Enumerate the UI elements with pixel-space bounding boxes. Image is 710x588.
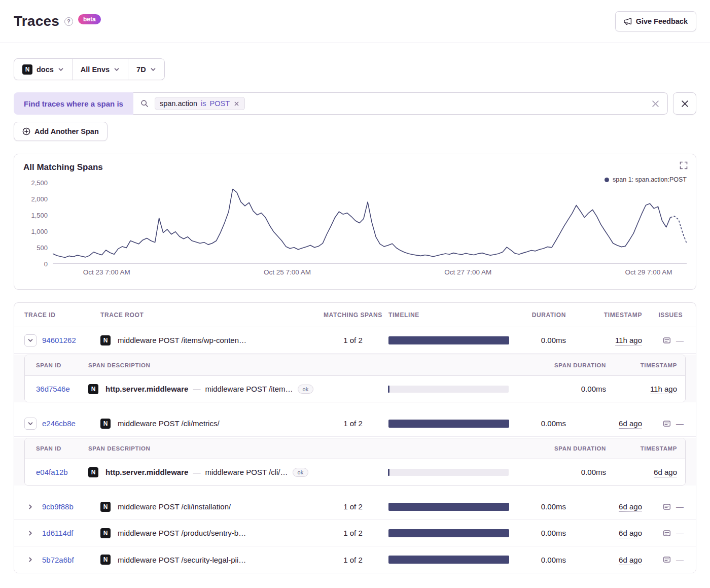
col-span-description: SPAN DESCRIPTION — [88, 362, 388, 368]
timeline-bar[interactable] — [388, 503, 509, 511]
project-icon: N — [100, 555, 111, 565]
search-token[interactable]: span.action is POST — [155, 97, 245, 110]
timeline-bar[interactable] — [388, 336, 509, 344]
token-operator: is — [201, 99, 206, 108]
trace-row[interactable]: 5b72a6bf N middleware POST /security-leg… — [14, 546, 696, 573]
expand-chevron[interactable] — [24, 334, 37, 347]
chart-legend: span 1: span.action:POST — [605, 176, 687, 183]
fullscreen-icon[interactable] — [680, 161, 688, 171]
timestamp-value[interactable]: 6d ago — [619, 419, 642, 429]
spans-line-chart — [53, 183, 687, 263]
timeline-bar[interactable] — [388, 529, 509, 537]
date-range-filter[interactable]: 7D — [128, 59, 164, 80]
span-duration-sliver — [388, 469, 389, 476]
chart-plot-area[interactable] — [53, 183, 687, 264]
col-span-duration: SPAN DURATION — [515, 445, 606, 452]
issues-icon — [663, 529, 671, 537]
trace-id-link[interactable]: e246cb8e — [42, 419, 76, 428]
expand-chevron[interactable] — [24, 418, 37, 430]
page-filter-bar: N docs All Envs 7D — [14, 58, 165, 80]
traces-table: TRACE ID TRACE ROOT MATCHING SPANS TIMEL… — [14, 302, 696, 573]
token-key: span.action — [160, 99, 197, 108]
timeline-bar[interactable] — [388, 420, 509, 428]
col-span-timestamp: TIMESTAMP — [606, 445, 677, 452]
expand-chevron[interactable] — [24, 554, 37, 566]
page-content: N docs All Envs 7D Find traces where a s… — [0, 43, 710, 573]
chart-body: 2,5002,0001,5001,0005000 — [23, 183, 687, 264]
issues-cell: — — [642, 336, 686, 344]
give-feedback-button[interactable]: Give Feedback — [615, 11, 696, 31]
separator-dash: — — [193, 385, 200, 393]
chevron-down-icon — [58, 66, 64, 73]
table-row-group: 1d6114df N middleware POST /product/sent… — [14, 520, 696, 546]
table-row-group: 5b72a6bf N middleware POST /security-leg… — [14, 546, 696, 573]
span-search-combo: Find traces where a span is span.action … — [14, 92, 668, 115]
matching-spans-value: 1 of 2 — [317, 502, 388, 511]
timestamp-value[interactable]: 6d ago — [619, 556, 642, 565]
trace-row[interactable]: 94601262 N middleware POST /items/wp-con… — [14, 327, 696, 354]
timeline-bar[interactable] — [388, 556, 509, 564]
span-timeline-bar[interactable] — [388, 386, 509, 393]
search-clear-button[interactable] — [651, 99, 660, 109]
span-search-input[interactable]: span.action is POST — [133, 92, 668, 115]
environment-filter-label: All Envs — [81, 65, 110, 74]
help-icon[interactable]: ? — [64, 17, 73, 26]
span-timeline-bar[interactable] — [388, 469, 509, 476]
span-description: middleware POST /item… — [205, 385, 293, 393]
timestamp-value[interactable]: 6d ago — [619, 502, 642, 512]
find-traces-label: Find traces where a span is — [14, 92, 133, 115]
remove-span-filter-button[interactable] — [673, 92, 696, 115]
col-matching-spans: MATCHING SPANS — [317, 312, 388, 319]
date-range-filter-label: 7D — [136, 65, 146, 74]
trace-id-link[interactable]: 94601262 — [42, 336, 76, 344]
project-filter[interactable]: N docs — [14, 59, 73, 80]
timestamp-value[interactable]: 11h ago — [615, 336, 642, 345]
trace-id-link[interactable]: 1d6114df — [42, 529, 73, 537]
token-remove-button[interactable] — [233, 100, 240, 107]
trace-id-link[interactable]: 5b72a6bf — [42, 556, 74, 564]
duration-value: 0.00ms — [515, 556, 566, 564]
span-description: middleware POST /cli/… — [205, 468, 288, 476]
x-tick-label: Oct 25 7:00 AM — [264, 268, 311, 276]
span-subtable-header: SPAN ID SPAN DESCRIPTION SPAN DURATION T… — [25, 355, 685, 376]
chart-title: All Matching Spans — [23, 162, 687, 172]
span-search-row: Find traces where a span is span.action … — [14, 92, 696, 115]
trace-row[interactable]: 1d6114df N middleware POST /product/sent… — [14, 520, 696, 546]
col-trace-root: TRACE ROOT — [100, 312, 317, 319]
col-timestamp: TIMESTAMP — [566, 312, 642, 319]
issues-icon — [663, 420, 671, 428]
issues-empty-dash: — — [676, 336, 684, 344]
span-row[interactable]: e04fa12b N http.server.middleware — midd… — [25, 459, 685, 485]
col-trace-id: TRACE ID — [24, 312, 100, 319]
expand-chevron[interactable] — [24, 527, 37, 539]
project-icon: N — [100, 419, 111, 429]
span-row[interactable]: 36d7546e N http.server.middleware — midd… — [25, 376, 685, 402]
trace-row[interactable]: 9cb9f88b N middleware POST /cli/installa… — [14, 494, 696, 520]
issues-empty-dash: — — [676, 502, 684, 511]
span-operation: http.server.middleware — [105, 385, 188, 393]
project-icon: N — [88, 384, 98, 394]
issues-cell: — — [642, 529, 686, 537]
span-id-link[interactable]: e04fa12b — [36, 468, 68, 476]
span-timestamp-value[interactable]: 11h ago — [650, 385, 677, 394]
trace-id-link[interactable]: 9cb9f88b — [42, 502, 74, 511]
trace-row[interactable]: e246cb8e N middleware POST /cli/metrics/… — [14, 410, 696, 437]
legend-series-label: span 1: span.action:POST — [613, 176, 687, 183]
matching-spans-value: 1 of 2 — [317, 419, 388, 428]
span-timestamp-value[interactable]: 6d ago — [654, 468, 677, 477]
span-id-link[interactable]: 36d7546e — [36, 385, 70, 393]
issues-empty-dash: — — [676, 419, 684, 428]
legend-series-dot — [605, 178, 609, 182]
environment-filter[interactable]: All Envs — [73, 59, 128, 80]
issues-empty-dash: — — [676, 529, 684, 537]
timestamp-value[interactable]: 6d ago — [619, 529, 642, 538]
chevron-down-icon — [114, 66, 120, 73]
x-tick-label: Oct 23 7:00 AM — [83, 268, 130, 276]
x-tick-label: Oct 29 7:00 AM — [625, 268, 672, 276]
expand-chevron[interactable] — [24, 501, 37, 513]
plus-circle-icon — [22, 127, 30, 135]
matching-spans-value: 1 of 2 — [317, 556, 388, 564]
page-title: Traces — [14, 13, 59, 29]
add-another-span-button[interactable]: Add Another Span — [14, 122, 108, 141]
give-feedback-label: Give Feedback — [636, 17, 688, 25]
